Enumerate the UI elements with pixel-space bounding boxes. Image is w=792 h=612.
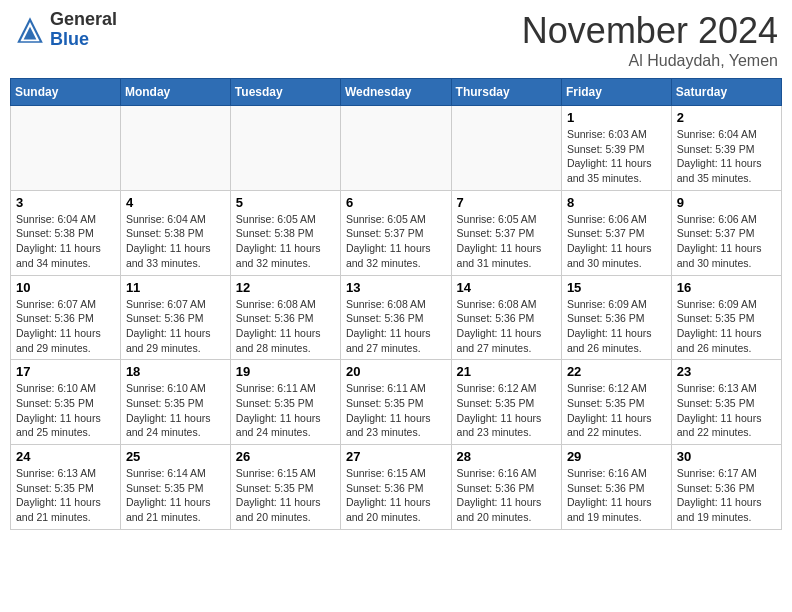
day-info: Sunrise: 6:04 AM Sunset: 5:38 PM Dayligh…	[126, 212, 225, 271]
day-info: Sunrise: 6:05 AM Sunset: 5:37 PM Dayligh…	[457, 212, 556, 271]
day-number: 9	[677, 195, 776, 210]
calendar-cell: 9Sunrise: 6:06 AM Sunset: 5:37 PM Daylig…	[671, 190, 781, 275]
calendar-cell: 10Sunrise: 6:07 AM Sunset: 5:36 PM Dayli…	[11, 275, 121, 360]
calendar-cell	[120, 106, 230, 191]
calendar-cell: 27Sunrise: 6:15 AM Sunset: 5:36 PM Dayli…	[340, 445, 451, 530]
calendar-cell: 13Sunrise: 6:08 AM Sunset: 5:36 PM Dayli…	[340, 275, 451, 360]
calendar-cell	[11, 106, 121, 191]
day-number: 23	[677, 364, 776, 379]
logo-text: General Blue	[50, 10, 117, 50]
calendar-week-2: 3Sunrise: 6:04 AM Sunset: 5:38 PM Daylig…	[11, 190, 782, 275]
calendar-cell: 2Sunrise: 6:04 AM Sunset: 5:39 PM Daylig…	[671, 106, 781, 191]
calendar-cell	[230, 106, 340, 191]
calendar-cell: 21Sunrise: 6:12 AM Sunset: 5:35 PM Dayli…	[451, 360, 561, 445]
logo-general: General	[50, 10, 117, 30]
day-number: 3	[16, 195, 115, 210]
calendar-cell: 20Sunrise: 6:11 AM Sunset: 5:35 PM Dayli…	[340, 360, 451, 445]
day-info: Sunrise: 6:08 AM Sunset: 5:36 PM Dayligh…	[457, 297, 556, 356]
day-info: Sunrise: 6:07 AM Sunset: 5:36 PM Dayligh…	[126, 297, 225, 356]
calendar-week-1: 1Sunrise: 6:03 AM Sunset: 5:39 PM Daylig…	[11, 106, 782, 191]
page-header: General Blue November 2024 Al Hudaydah, …	[10, 10, 782, 70]
calendar-cell: 29Sunrise: 6:16 AM Sunset: 5:36 PM Dayli…	[561, 445, 671, 530]
calendar-cell: 6Sunrise: 6:05 AM Sunset: 5:37 PM Daylig…	[340, 190, 451, 275]
day-number: 27	[346, 449, 446, 464]
calendar-cell: 14Sunrise: 6:08 AM Sunset: 5:36 PM Dayli…	[451, 275, 561, 360]
calendar-cell: 23Sunrise: 6:13 AM Sunset: 5:35 PM Dayli…	[671, 360, 781, 445]
day-info: Sunrise: 6:12 AM Sunset: 5:35 PM Dayligh…	[457, 381, 556, 440]
day-info: Sunrise: 6:11 AM Sunset: 5:35 PM Dayligh…	[346, 381, 446, 440]
day-number: 18	[126, 364, 225, 379]
day-number: 8	[567, 195, 666, 210]
day-number: 16	[677, 280, 776, 295]
day-number: 11	[126, 280, 225, 295]
title-block: November 2024 Al Hudaydah, Yemen	[522, 10, 778, 70]
day-number: 19	[236, 364, 335, 379]
day-number: 22	[567, 364, 666, 379]
weekday-header-monday: Monday	[120, 79, 230, 106]
calendar-cell: 7Sunrise: 6:05 AM Sunset: 5:37 PM Daylig…	[451, 190, 561, 275]
weekday-header-row: SundayMondayTuesdayWednesdayThursdayFrid…	[11, 79, 782, 106]
calendar-cell: 22Sunrise: 6:12 AM Sunset: 5:35 PM Dayli…	[561, 360, 671, 445]
day-info: Sunrise: 6:04 AM Sunset: 5:39 PM Dayligh…	[677, 127, 776, 186]
calendar-cell: 1Sunrise: 6:03 AM Sunset: 5:39 PM Daylig…	[561, 106, 671, 191]
day-info: Sunrise: 6:08 AM Sunset: 5:36 PM Dayligh…	[236, 297, 335, 356]
day-info: Sunrise: 6:09 AM Sunset: 5:35 PM Dayligh…	[677, 297, 776, 356]
calendar-cell: 3Sunrise: 6:04 AM Sunset: 5:38 PM Daylig…	[11, 190, 121, 275]
calendar-cell	[340, 106, 451, 191]
calendar-cell: 24Sunrise: 6:13 AM Sunset: 5:35 PM Dayli…	[11, 445, 121, 530]
day-info: Sunrise: 6:11 AM Sunset: 5:35 PM Dayligh…	[236, 381, 335, 440]
calendar-cell: 5Sunrise: 6:05 AM Sunset: 5:38 PM Daylig…	[230, 190, 340, 275]
day-info: Sunrise: 6:10 AM Sunset: 5:35 PM Dayligh…	[16, 381, 115, 440]
day-number: 7	[457, 195, 556, 210]
day-number: 12	[236, 280, 335, 295]
calendar-cell: 15Sunrise: 6:09 AM Sunset: 5:36 PM Dayli…	[561, 275, 671, 360]
day-number: 4	[126, 195, 225, 210]
weekday-header-wednesday: Wednesday	[340, 79, 451, 106]
day-number: 20	[346, 364, 446, 379]
calendar-week-4: 17Sunrise: 6:10 AM Sunset: 5:35 PM Dayli…	[11, 360, 782, 445]
day-number: 5	[236, 195, 335, 210]
day-info: Sunrise: 6:13 AM Sunset: 5:35 PM Dayligh…	[677, 381, 776, 440]
calendar-header: SundayMondayTuesdayWednesdayThursdayFrid…	[11, 79, 782, 106]
day-number: 14	[457, 280, 556, 295]
day-info: Sunrise: 6:13 AM Sunset: 5:35 PM Dayligh…	[16, 466, 115, 525]
day-info: Sunrise: 6:15 AM Sunset: 5:36 PM Dayligh…	[346, 466, 446, 525]
day-info: Sunrise: 6:16 AM Sunset: 5:36 PM Dayligh…	[457, 466, 556, 525]
calendar-cell: 16Sunrise: 6:09 AM Sunset: 5:35 PM Dayli…	[671, 275, 781, 360]
day-info: Sunrise: 6:12 AM Sunset: 5:35 PM Dayligh…	[567, 381, 666, 440]
day-number: 25	[126, 449, 225, 464]
weekday-header-friday: Friday	[561, 79, 671, 106]
location-title: Al Hudaydah, Yemen	[522, 52, 778, 70]
logo: General Blue	[14, 10, 117, 50]
calendar-table: SundayMondayTuesdayWednesdayThursdayFrid…	[10, 78, 782, 530]
weekday-header-thursday: Thursday	[451, 79, 561, 106]
calendar-cell	[451, 106, 561, 191]
calendar-cell: 12Sunrise: 6:08 AM Sunset: 5:36 PM Dayli…	[230, 275, 340, 360]
day-number: 30	[677, 449, 776, 464]
calendar-cell: 26Sunrise: 6:15 AM Sunset: 5:35 PM Dayli…	[230, 445, 340, 530]
day-number: 10	[16, 280, 115, 295]
day-number: 29	[567, 449, 666, 464]
day-info: Sunrise: 6:08 AM Sunset: 5:36 PM Dayligh…	[346, 297, 446, 356]
logo-icon	[14, 14, 46, 46]
day-info: Sunrise: 6:03 AM Sunset: 5:39 PM Dayligh…	[567, 127, 666, 186]
day-info: Sunrise: 6:04 AM Sunset: 5:38 PM Dayligh…	[16, 212, 115, 271]
day-number: 15	[567, 280, 666, 295]
day-info: Sunrise: 6:16 AM Sunset: 5:36 PM Dayligh…	[567, 466, 666, 525]
day-number: 2	[677, 110, 776, 125]
day-info: Sunrise: 6:15 AM Sunset: 5:35 PM Dayligh…	[236, 466, 335, 525]
calendar-cell: 28Sunrise: 6:16 AM Sunset: 5:36 PM Dayli…	[451, 445, 561, 530]
day-info: Sunrise: 6:17 AM Sunset: 5:36 PM Dayligh…	[677, 466, 776, 525]
day-info: Sunrise: 6:06 AM Sunset: 5:37 PM Dayligh…	[677, 212, 776, 271]
calendar-cell: 19Sunrise: 6:11 AM Sunset: 5:35 PM Dayli…	[230, 360, 340, 445]
day-info: Sunrise: 6:09 AM Sunset: 5:36 PM Dayligh…	[567, 297, 666, 356]
day-number: 21	[457, 364, 556, 379]
calendar-cell: 4Sunrise: 6:04 AM Sunset: 5:38 PM Daylig…	[120, 190, 230, 275]
day-number: 13	[346, 280, 446, 295]
calendar-cell: 8Sunrise: 6:06 AM Sunset: 5:37 PM Daylig…	[561, 190, 671, 275]
logo-blue: Blue	[50, 30, 117, 50]
day-info: Sunrise: 6:05 AM Sunset: 5:38 PM Dayligh…	[236, 212, 335, 271]
calendar-cell: 25Sunrise: 6:14 AM Sunset: 5:35 PM Dayli…	[120, 445, 230, 530]
calendar-cell: 11Sunrise: 6:07 AM Sunset: 5:36 PM Dayli…	[120, 275, 230, 360]
calendar-week-3: 10Sunrise: 6:07 AM Sunset: 5:36 PM Dayli…	[11, 275, 782, 360]
